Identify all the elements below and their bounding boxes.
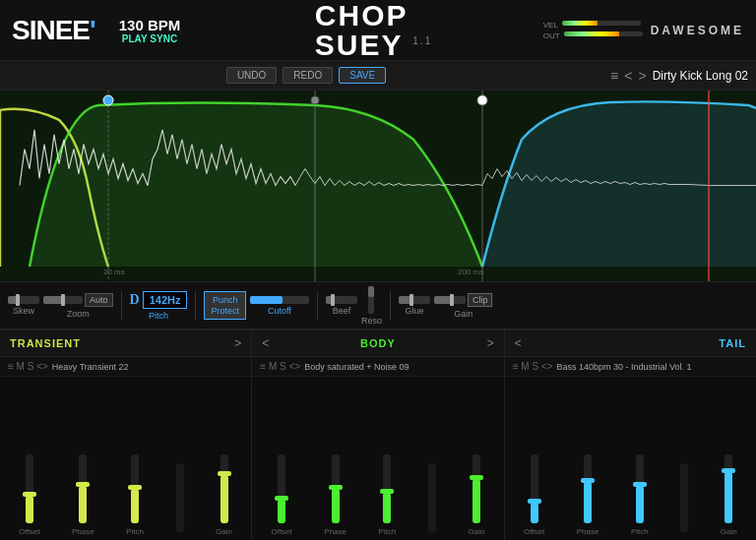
body-phase-track[interactable] [332,454,340,523]
vel-row: VEL [543,21,643,30]
divider-2 [195,291,196,321]
body-preset-icons[interactable]: ≡ M S <> [260,361,300,372]
transient-header: TRANSIENT > [0,330,251,357]
beef-group: Beef [326,296,357,316]
body-arrow-right[interactable]: > [487,336,494,350]
vel-label: VEL [543,21,558,30]
svg-text:200 ms: 200 ms [458,268,483,276]
body-arrow-left[interactable]: < [262,336,269,350]
transient-gain-track[interactable] [220,454,228,523]
body-pitch-fader: Pitch [379,454,397,536]
body-panel: < BODY > ≡ M S <> Body saturated + Noise… [252,330,504,540]
glue-label: Glue [405,306,423,316]
tail-pitch-label: Pitch [631,527,649,536]
tail-title: TAIL [719,337,746,349]
chop-label: CHOP [315,0,409,31]
body-gain-label: Gain [468,527,484,536]
body-header: < BODY > [252,330,503,357]
next-preset-button[interactable]: > [638,68,646,84]
out-meter [564,31,643,36]
transient-title: TRANSIENT [10,337,81,349]
auto-button[interactable]: Auto [85,293,113,307]
clip-button[interactable]: Clip [468,293,493,307]
tail-gain-track[interactable] [724,454,732,523]
tail-pitch-track[interactable] [636,454,644,523]
dawesome-section: VEL OUT DAWESOME [543,21,744,40]
transient-empty-track[interactable] [176,463,184,532]
transient-offset-track[interactable] [26,454,33,523]
beef-slider[interactable] [326,296,357,304]
transient-arrow-right[interactable]: > [234,336,241,350]
tail-offset-track[interactable] [531,454,538,523]
punch-protect-button[interactable]: PunchProtect [204,291,246,321]
skew-label: Skew [13,306,34,316]
version-label: 1.1 [412,35,432,46]
tail-panel: < TAIL ≡ M S <> Bass 140bpm 30 - Industr… [505,330,756,540]
tail-empty-track[interactable] [680,463,688,532]
save-button[interactable]: SAVE [339,67,386,84]
cutoff-slider[interactable] [250,296,309,304]
reso-slider[interactable] [368,286,374,314]
tail-offset-fader: Offset [524,454,544,536]
redo-button[interactable]: REDO [283,67,333,84]
svg-point-5 [103,95,113,105]
sinee-logo: SINEE' [12,15,95,46]
body-preset-name: Body saturated + Noise 09 [304,362,495,372]
transient-phase-track[interactable] [79,454,87,523]
body-offset-track[interactable] [278,454,285,523]
divider-3 [317,291,318,321]
tail-phase-fader: Phase [577,454,599,536]
undo-button[interactable]: UNDO [226,67,277,84]
suey-label: SUEY [315,29,403,61]
bpm-section: 130 BPM PLAY SYNC [119,17,181,44]
tail-gain-label: Gain [721,527,737,536]
tail-phase-label: Phase [577,527,599,536]
waveform-svg: 20 ms 200 ms [0,90,756,281]
tail-offset-label: Offset [524,527,544,536]
prev-preset-button[interactable]: < [624,68,632,84]
out-row: OUT [543,31,643,40]
body-offset-label: Offset [272,527,292,536]
bottom-section: TRANSIENT > ≡ M S <> Heavy Transient 22 … [0,330,756,540]
transient-pitch-track[interactable] [131,454,139,523]
app-title: CHOP SUEY 1.1 [315,1,432,60]
play-label: PLAY [122,33,148,44]
svg-text:20 ms: 20 ms [103,268,125,276]
body-phase-fader: Phase [324,454,346,536]
pitch-value[interactable]: 142Hz [143,291,188,309]
cutoff-group: Cutoff [250,296,309,316]
tail-phase-track[interactable] [584,454,592,523]
body-pitch-label: Pitch [379,527,397,536]
tail-arrow-left[interactable]: < [515,336,522,350]
zoom-slider[interactable] [43,296,83,304]
bpm-value: 130 BPM [119,17,181,33]
transient-pitch-fader: Pitch [126,454,144,536]
body-empty-track[interactable] [428,463,436,532]
transient-preset-icons[interactable]: ≡ M S <> [8,361,48,372]
body-gain-track[interactable] [472,454,480,523]
beef-label: Beef [333,306,351,316]
tail-preset-icons[interactable]: ≡ M S <> [513,361,553,372]
menu-icon[interactable]: ≡ [610,68,618,84]
svg-point-6 [477,95,487,105]
play-sync: PLAY SYNC [122,33,177,44]
gain-slider[interactable] [434,296,466,304]
transient-phase-fader: Phase [72,454,94,536]
body-pitch-track[interactable] [383,454,391,523]
body-empty-fader [428,463,436,536]
glue-slider[interactable] [399,296,430,304]
tail-empty-fader [680,463,688,536]
skew-group: Skew [8,296,39,316]
transient-faders: Offset Phase Pitch [0,377,251,540]
body-phase-label: Phase [324,527,346,536]
body-offset-fader: Offset [272,454,292,536]
logo-dot: ' [90,15,95,45]
pitch-group: D 142Hz Pitch [130,291,188,321]
sync-label[interactable]: SYNC [150,33,177,44]
skew-slider[interactable] [8,296,39,304]
zoom-label: Zoom [67,309,90,319]
cutoff-label: Cutoff [268,306,291,316]
out-meter-fill [564,31,619,36]
reso-label: Reso [361,316,382,326]
vel-meter [562,21,641,26]
